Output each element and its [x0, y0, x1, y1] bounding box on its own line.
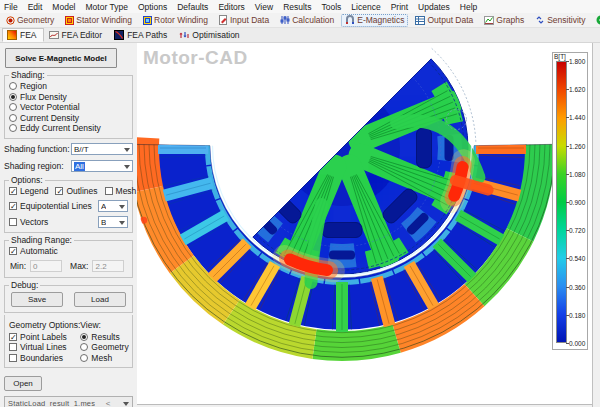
tab-fea-paths[interactable]: FEA Paths: [109, 28, 174, 42]
save-button[interactable]: Save: [11, 292, 63, 307]
checkbox-icon[interactable]: [9, 343, 17, 351]
result-file-select[interactable]: StaticLoad_result_1.mes <: [4, 396, 133, 407]
toolbar-label: Rotor Winding: [154, 15, 208, 25]
max-field[interactable]: 2.2: [92, 260, 124, 272]
toolbar-button-graphs[interactable]: Graphs: [480, 14, 528, 27]
menu-file[interactable]: File: [4, 2, 18, 12]
option-label: Current Density: [20, 113, 79, 123]
fea-plot-area[interactable]: Motor-CAD B[T] 1.8001.6201.4401.2601.080…: [137, 43, 592, 407]
checkbox-icon[interactable]: ✓: [55, 187, 63, 195]
flux-legend: B[T] 1.8001.6201.4401.2601.0800.9000.720…: [552, 52, 588, 350]
option-label: Results: [91, 332, 119, 342]
load-button[interactable]: Load: [74, 292, 126, 307]
menu-results[interactable]: Results: [283, 2, 311, 12]
shading-region-label: Shading region:: [4, 161, 64, 171]
shading-function-label: Shading function:: [4, 144, 70, 154]
checkbox-icon[interactable]: [105, 187, 113, 195]
menu-updates[interactable]: Updates: [418, 2, 450, 12]
toolbar-label: Output Data: [427, 15, 473, 25]
tab-label: FEA Paths: [127, 30, 167, 40]
radio-icon[interactable]: [9, 82, 17, 90]
option-label: Point Labels: [20, 332, 67, 342]
shading-region-value: All: [74, 162, 85, 171]
motor-cad-watermark: Motor-CAD: [143, 47, 248, 69]
geometry-option-boundaries[interactable]: Boundaries: [9, 353, 80, 364]
menu-help[interactable]: Help: [460, 2, 477, 12]
automatic-checkbox[interactable]: ✓Automatic: [9, 246, 128, 257]
shading-option-current-density[interactable]: Current Density: [9, 113, 128, 124]
checkbox-icon[interactable]: [9, 218, 17, 226]
option-label: Vector Potential: [20, 102, 80, 112]
tab-fea-editor[interactable]: FEA Editor: [44, 28, 110, 42]
menu-view[interactable]: View: [255, 2, 273, 12]
toolbar-button-sensitivity[interactable]: Sensitivity: [531, 14, 589, 27]
toolbar-label: E-Magnetics: [357, 15, 404, 25]
menu-print[interactable]: Print: [391, 2, 408, 12]
open-button[interactable]: Open: [4, 376, 42, 391]
vectors-select[interactable]: B: [98, 216, 128, 228]
collapse-left-icon[interactable]: <: [106, 399, 113, 407]
toolbar-button-input-data[interactable]: Input Data: [215, 14, 273, 27]
option-mesh[interactable]: Mesh: [105, 186, 137, 197]
shading-region-select[interactable]: All: [71, 160, 133, 172]
radio-icon[interactable]: [80, 354, 88, 362]
checkbox-icon[interactable]: ✓: [9, 202, 17, 210]
radio-icon[interactable]: [9, 124, 17, 132]
menu-options[interactable]: Options: [138, 2, 167, 12]
toolbar-button-calculation[interactable]: Calculation: [276, 14, 338, 27]
menu-motor-type[interactable]: Motor Type: [86, 2, 128, 12]
checkbox-icon[interactable]: [9, 354, 17, 362]
options-group-title: Options:: [9, 175, 45, 185]
view-option-geometry[interactable]: Geometry: [80, 342, 128, 353]
equipotential-lines-select[interactable]: A: [98, 200, 128, 212]
option-label: Virtual Lines: [20, 342, 67, 352]
tab-fea[interactable]: FEA: [2, 28, 44, 42]
min-field[interactable]: 0: [30, 260, 62, 272]
menu-licence[interactable]: Licence: [351, 2, 380, 12]
option-label: Boundaries: [20, 353, 63, 363]
radio-icon[interactable]: [9, 114, 17, 122]
checkbox-icon[interactable]: ✓: [9, 247, 17, 255]
radio-icon[interactable]: [9, 103, 17, 111]
geometry-option-virtual-lines[interactable]: Virtual Lines: [9, 342, 80, 353]
toolbar-label: Sensitivity: [547, 15, 585, 25]
view-option-mesh[interactable]: Mesh: [80, 353, 128, 364]
chevron-down-icon[interactable]: [123, 402, 129, 407]
toolbar-button-output-data[interactable]: Output Data: [411, 14, 477, 27]
shading-option-vector-potential[interactable]: Vector Potential: [9, 102, 128, 113]
option-label: Automatic: [20, 246, 58, 256]
legend-tick-mark: [566, 343, 569, 344]
menu-defaults[interactable]: Defaults: [177, 2, 208, 12]
radio-icon[interactable]: [80, 343, 88, 351]
option-legend[interactable]: ✓Legend: [9, 186, 48, 197]
toolbar-button-rotor-winding[interactable]: Rotor Winding: [139, 14, 212, 27]
option-vectors[interactable]: Vectors: [9, 217, 48, 228]
radio-icon[interactable]: [80, 333, 88, 341]
radio-icon[interactable]: [9, 93, 17, 101]
geometry-option-point-labels[interactable]: ✓Point Labels: [9, 332, 80, 343]
menu-editors[interactable]: Editors: [218, 2, 244, 12]
geometry-icon: [6, 16, 15, 25]
toolbar-button-geometry[interactable]: Geometry: [2, 14, 58, 27]
option-equipotential-lines[interactable]: ✓Equipotential Lines: [9, 201, 92, 212]
checkbox-icon[interactable]: ✓: [9, 187, 17, 195]
view-option-results[interactable]: Results: [80, 332, 128, 343]
option-outlines[interactable]: ✓Outlines: [55, 186, 97, 197]
tab-optimisation[interactable]: Optimisation: [174, 28, 246, 42]
geometry-options-column: Geometry Options: ✓Point LabelsVirtual L…: [9, 320, 80, 364]
toolbar-button-stator-winding[interactable]: Stator Winding: [61, 14, 136, 27]
shading-option-flux-density[interactable]: Flux Density: [9, 92, 128, 103]
menu-model[interactable]: Model: [52, 2, 75, 12]
shading-option-region[interactable]: Region: [9, 81, 128, 92]
toolbar-button-scripting[interactable]: Scripting: [592, 14, 600, 27]
toolbar-label: Graphs: [496, 15, 524, 25]
shading-function-select[interactable]: B//T: [71, 143, 133, 155]
flux-density-plot[interactable]: [137, 43, 592, 404]
solve-e-magnetic-model-button[interactable]: Solve E-Magnetic Model: [5, 48, 117, 68]
legend-tick-mark: [566, 89, 569, 90]
menu-edit[interactable]: Edit: [28, 2, 43, 12]
menu-tools[interactable]: Tools: [321, 2, 341, 12]
checkbox-icon[interactable]: ✓: [9, 333, 17, 341]
toolbar-button-e-magnetics[interactable]: E-Magnetics: [341, 14, 408, 27]
shading-option-eddy-current-density[interactable]: Eddy Current Density: [9, 123, 128, 134]
